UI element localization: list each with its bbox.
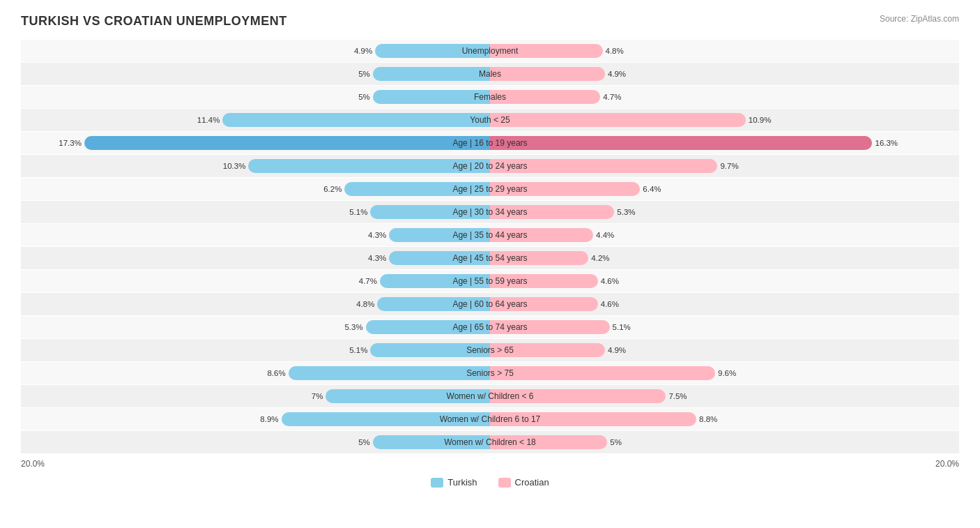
row-left: 8.9% <box>21 408 490 430</box>
turkish-bar <box>377 297 490 311</box>
croatian-value: 4.6% <box>601 277 619 285</box>
row-left: 5% <box>21 63 490 85</box>
row-left: 5% <box>21 431 490 453</box>
row-left: 8.6% <box>21 362 490 384</box>
row-left: 5% <box>21 86 490 108</box>
turkish-value: 4.7% <box>359 277 377 285</box>
chart-row: 5% 4.9% Males <box>21 63 959 85</box>
row-right: 5.1% <box>490 316 959 338</box>
croatian-value: 4.9% <box>608 70 626 78</box>
croatian-value: 5.1% <box>613 323 631 331</box>
croatian-bar <box>490 343 605 357</box>
croatian-bar <box>490 297 598 311</box>
croatian-value: 10.9% <box>749 116 772 124</box>
axis-left-label: 20.0% <box>21 459 45 469</box>
croatian-bar <box>490 67 605 81</box>
turkish-bar <box>326 389 490 403</box>
legend: Turkish Croatian <box>21 477 959 488</box>
turkish-value: 4.9% <box>354 47 372 55</box>
chart-row: 5.1% 5.3% Age | 30 to 34 years <box>21 201 959 223</box>
row-right: 9.6% <box>490 362 959 384</box>
turkish-value: 4.3% <box>368 254 386 262</box>
croatian-value: 9.7% <box>720 162 738 170</box>
row-right: 10.9% <box>490 109 959 131</box>
turkish-value: 5.3% <box>344 323 362 331</box>
chart-row: 7% 7.5% Women w/ Children < 6 <box>21 385 959 407</box>
turkish-value: 10.3% <box>223 162 246 170</box>
croatian-value: 4.7% <box>603 93 621 101</box>
turkish-bar <box>375 44 490 58</box>
turkish-value: 4.3% <box>368 231 386 239</box>
row-left: 4.7% <box>21 270 490 292</box>
turkish-value: 5.1% <box>349 208 367 216</box>
turkish-bar <box>370 343 490 357</box>
turkish-bar <box>389 251 490 265</box>
croatian-value: 6.4% <box>643 185 661 193</box>
row-left: 4.9% <box>21 40 490 62</box>
croatian-bar <box>490 366 715 380</box>
turkish-value: 5% <box>358 93 370 101</box>
chart-row: 5% 4.7% Females <box>21 86 959 108</box>
croatian-bar <box>490 251 588 265</box>
chart-row: 6.2% 6.4% Age | 25 to 29 years <box>21 178 959 200</box>
legend-turkish: Turkish <box>431 477 477 488</box>
chart-row: 5% 5% Women w/ Children < 18 <box>21 431 959 453</box>
turkish-bar <box>282 412 490 426</box>
row-right: 5% <box>490 431 959 453</box>
croatian-value: 9.6% <box>718 369 736 377</box>
chart-row: 5.3% 5.1% Age | 65 to 74 years <box>21 316 959 338</box>
axis-row: 20.0% 20.0% <box>21 459 959 469</box>
turkish-value: 17.3% <box>59 139 82 147</box>
turkish-bar <box>373 90 490 104</box>
croatian-bar <box>490 182 640 196</box>
row-left: 7% <box>21 385 490 407</box>
legend-turkish-box <box>431 478 443 488</box>
row-left: 4.8% <box>21 293 490 315</box>
croatian-bar <box>490 412 696 426</box>
turkish-bar <box>380 274 490 288</box>
turkish-bar <box>248 159 490 173</box>
row-right: 4.7% <box>490 86 959 108</box>
croatian-value: 4.4% <box>596 231 614 239</box>
croatian-value: 4.2% <box>591 254 609 262</box>
turkish-bar <box>344 182 490 196</box>
row-right: 4.6% <box>490 293 959 315</box>
legend-turkish-label: Turkish <box>447 477 477 488</box>
chart-source: Source: ZipAtlas.com <box>880 14 959 24</box>
row-right: 4.9% <box>490 339 959 361</box>
croatian-bar <box>490 205 614 219</box>
chart-row: 11.4% 10.9% Youth < 25 <box>21 109 959 131</box>
turkish-value: 6.2% <box>323 185 342 193</box>
chart-row: 17.3% 16.3% Age | 16 to 19 years <box>21 132 959 154</box>
axis-right-label: 20.0% <box>935 459 959 469</box>
row-right: 9.7% <box>490 155 959 177</box>
row-right: 4.4% <box>490 224 959 246</box>
turkish-value: 8.6% <box>267 369 285 377</box>
chart-row: 4.8% 4.6% Age | 60 to 64 years <box>21 293 959 315</box>
turkish-bar <box>222 113 490 127</box>
row-right: 4.8% <box>490 40 959 62</box>
croatian-value: 4.8% <box>606 47 624 55</box>
croatian-value: 4.6% <box>601 300 619 308</box>
axis-left: 20.0% <box>21 459 490 469</box>
row-left: 5.1% <box>21 201 490 223</box>
chart-title: TURKISH VS CROATIAN UNEMPLOYMENT <box>21 14 287 29</box>
turkish-value: 11.4% <box>197 116 220 124</box>
croatian-value: 5% <box>610 438 622 446</box>
croatian-bar <box>490 44 603 58</box>
row-right: 4.2% <box>490 247 959 269</box>
chart-row: 10.3% 9.7% Age | 20 to 24 years <box>21 155 959 177</box>
row-left: 4.3% <box>21 224 490 246</box>
chart-row: 4.3% 4.4% Age | 35 to 44 years <box>21 224 959 246</box>
chart-header: TURKISH VS CROATIAN UNEMPLOYMENT Source:… <box>21 14 959 29</box>
row-right: 8.8% <box>490 408 959 430</box>
croatian-bar <box>490 389 666 403</box>
row-right: 6.4% <box>490 178 959 200</box>
croatian-bar <box>490 228 593 242</box>
croatian-value: 4.9% <box>608 346 626 354</box>
croatian-bar <box>490 274 598 288</box>
row-right: 16.3% <box>490 132 959 154</box>
croatian-bar <box>490 159 717 173</box>
croatian-value: 16.3% <box>875 139 898 147</box>
row-right: 5.3% <box>490 201 959 223</box>
